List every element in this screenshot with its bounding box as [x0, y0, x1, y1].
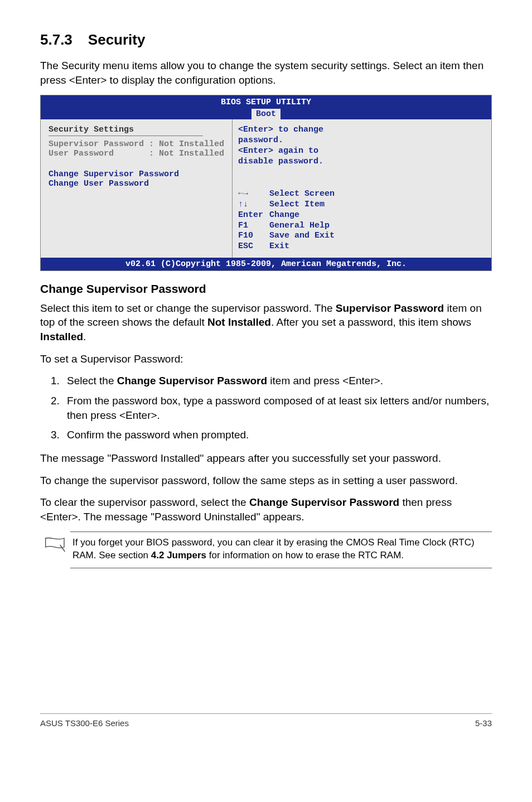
bios-body: Security Settings Supervisor Password : …: [41, 119, 491, 258]
bios-nav-row: ESCExit: [238, 241, 352, 252]
bios-footer: v02.61 (C)Copyright 1985-2009, American …: [41, 258, 491, 270]
bios-nav-label: General Help: [269, 221, 330, 231]
text: item and press <Enter>.: [267, 375, 383, 386]
steps-list: Select the Change Supervisor Password it…: [40, 374, 492, 442]
bios-nav-key: F1: [238, 221, 269, 231]
bios-nav-label: Select Screen: [269, 189, 335, 200]
bios-tab-boot: Boot: [252, 109, 280, 119]
bios-left-heading: Security Settings: [49, 125, 224, 134]
bios-nav-row: ↑↓Select Item: [238, 200, 352, 210]
bios-nav-row: F1General Help: [238, 221, 352, 231]
text: .: [83, 331, 86, 342]
subsection-p3: The message "Password Installed" appears…: [40, 451, 492, 466]
bios-nav-label: Select Item: [269, 200, 325, 210]
bios-help-text: <Enter> to change password. <Enter> agai…: [238, 125, 352, 167]
step-1: Select the Change Supervisor Password it…: [62, 374, 492, 388]
text-bold: Change Supervisor Password: [117, 375, 267, 386]
text: To clear the supervisor password, select…: [40, 496, 249, 508]
subsection-heading: Change Supervisor Password: [40, 282, 492, 296]
bios-nav-label: Exit: [269, 241, 289, 252]
bios-action-change-supervisor: Change Supervisor Password: [49, 170, 224, 179]
section-heading: 5.7.3Security: [40, 31, 492, 49]
bios-title: BIOS SETUP UTILITY: [41, 98, 491, 108]
step-2: From the password box, type a password c…: [62, 394, 492, 422]
subsection-p1: Select this item to set or change the su…: [40, 301, 492, 344]
bios-nav-key: ESC: [238, 241, 269, 252]
bios-nav-label: Change: [269, 210, 299, 221]
bios-nav-key: ↑↓: [238, 200, 269, 210]
text-bold: Not Installed: [207, 316, 271, 328]
bios-left-panel: Security Settings Supervisor Password : …: [41, 119, 232, 258]
step-3: Confirm the password when prompted.: [62, 428, 492, 442]
section-intro: The Security menu items allow you to cha…: [40, 59, 492, 87]
bios-nav-row: F10Save and Exit: [238, 231, 352, 241]
bios-separator: [49, 136, 203, 136]
bios-nav-key: F10: [238, 231, 269, 241]
subsection-p5: To clear the supervisor password, select…: [40, 495, 492, 524]
note-icon: [40, 532, 70, 558]
bios-row-user: User Password : Not Installed: [49, 149, 224, 158]
bios-nav-row: EnterChange: [238, 210, 352, 221]
bios-screenshot: BIOS SETUP UTILITY Boot Security Setting…: [40, 95, 492, 271]
page-footer: ASUS TS300-E6 Series 5-33: [40, 713, 492, 728]
bios-nav-row: ←→Select Screen: [238, 189, 352, 200]
text-bold: Supervisor Password: [336, 302, 444, 314]
text-bold: Change Supervisor Password: [249, 496, 399, 508]
subsection-p2: To set a Supervisor Password:: [40, 352, 492, 366]
text: Select this item to set or change the su…: [40, 302, 336, 314]
bios-nav-label: Save and Exit: [269, 231, 335, 241]
bios-nav-key: ←→: [238, 189, 269, 200]
bios-nav-key: Enter: [238, 210, 269, 221]
text: for information on how to erase the RTC …: [206, 550, 404, 561]
text-bold: 4.2 Jumpers: [151, 550, 206, 561]
footer-left: ASUS TS300-E6 Series: [40, 718, 129, 728]
bios-action-change-user: Change User Password: [49, 179, 224, 189]
text: Select the: [67, 375, 117, 386]
note-text: If you forget your BIOS password, you ca…: [70, 532, 492, 568]
subsection-p4: To change the supervisor password, follo…: [40, 474, 492, 488]
footer-right: 5-33: [475, 718, 492, 728]
bios-row-supervisor: Supervisor Password : Not Installed: [49, 139, 224, 149]
note-box: If you forget your BIOS password, you ca…: [40, 532, 492, 568]
text-bold: Installed: [40, 331, 83, 342]
section-title-text: Security: [88, 31, 146, 48]
section-number: 5.7.3: [40, 31, 72, 49]
bios-header: BIOS SETUP UTILITY Boot: [41, 95, 491, 119]
bios-right-panel: <Enter> to change password. <Enter> agai…: [232, 119, 357, 258]
text: . After you set a password, this item sh…: [271, 316, 471, 328]
bios-nav-block: ←→Select Screen ↑↓Select Item EnterChang…: [238, 167, 352, 252]
